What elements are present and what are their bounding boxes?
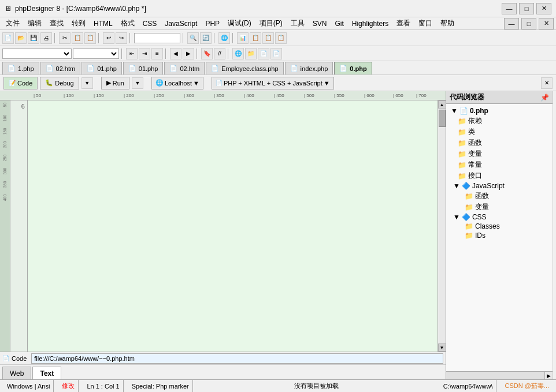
tab-01php-1[interactable]: 📄 01.php — [81, 62, 122, 74]
toolbar-row-2: ⇤ ⇥ ≡ ◀ ▶ 🔖 // 🌐 📁 📄 📄 — [0, 46, 556, 61]
copy-button[interactable]: 📋 — [72, 32, 83, 44]
comment-button[interactable]: // — [214, 48, 225, 59]
tb2-extra-1[interactable]: 📁 — [245, 48, 257, 59]
new-file-button[interactable]: 📄 — [2, 32, 14, 44]
open-file-button[interactable]: 📂 — [15, 32, 27, 44]
browser-button[interactable]: 🌐 — [218, 32, 230, 44]
tree-item-hanshu[interactable]: 📁 函数 — [446, 137, 553, 148]
tb2-extra-3[interactable]: 📄 — [270, 48, 282, 59]
format-code-button[interactable]: ≡ — [151, 48, 163, 59]
menu-debug[interactable]: 调试(D) — [224, 17, 255, 29]
scroll-down-button[interactable]: ▼ — [438, 344, 446, 352]
menu-goto[interactable]: 转到 — [68, 17, 89, 29]
print-button[interactable]: 🖨 — [40, 32, 52, 44]
scroll-up-button[interactable]: ▲ — [438, 100, 446, 109]
window-controls[interactable]: — □ ✕ — [502, 3, 551, 14]
close-button[interactable]: ✕ — [536, 3, 551, 14]
maximize-button[interactable]: □ — [519, 3, 534, 14]
panel-close-button[interactable]: ✕ — [541, 77, 553, 89]
tree-item-css-ids[interactable]: 📁 IDs — [446, 231, 553, 240]
tree-item-js-hanshu[interactable]: 📁 函数 — [446, 191, 553, 201]
tb-extra-3[interactable]: 📋 — [262, 32, 274, 44]
tree-item-jiekou[interactable]: 📁 接口 — [446, 170, 553, 181]
tree-item-js-bianliang[interactable]: 📁 变量 — [446, 201, 553, 212]
bottom-tab-web[interactable]: Web — [2, 367, 31, 379]
tb-extra-2[interactable]: 📋 — [250, 32, 261, 44]
toolbar-close-button[interactable]: ✕ — [539, 18, 554, 29]
cut-button[interactable]: ✂ — [59, 32, 71, 44]
arrow-left-button[interactable]: ◀ — [170, 48, 181, 59]
debug-button[interactable]: 🐛 Debug — [40, 77, 79, 89]
menu-find[interactable]: 查找 — [46, 17, 67, 29]
tree-item-yilai[interactable]: 📁 依赖 — [446, 115, 553, 126]
gutter-mark-200: 200 — [3, 141, 7, 148]
menu-help[interactable]: 帮助 — [437, 17, 458, 29]
scroll-thumb[interactable] — [439, 110, 446, 127]
menu-format[interactable]: 格式 — [117, 17, 138, 29]
menu-svn[interactable]: SVN — [309, 18, 331, 29]
status-position: Ln 1 : Col 1 — [83, 380, 123, 392]
cb-scroll-right[interactable]: ▶ — [544, 372, 553, 379]
pin-icon[interactable]: 📌 — [540, 94, 549, 102]
menu-html[interactable]: HTML — [90, 18, 116, 29]
editor-scrollbar-vertical[interactable]: ▲ ▼ — [438, 100, 446, 352]
lang-button[interactable]: 📄 PHP + XHTML + CSS + JavaScript ▼ — [212, 77, 334, 89]
tree-item-0php[interactable]: ▼ 📄 0.php — [446, 106, 553, 115]
tree-label-css-ids: IDs — [475, 232, 485, 240]
search-button[interactable]: 🔍 — [187, 32, 199, 44]
tab-02htm[interactable]: 📄 02.htm — [40, 62, 81, 74]
tree-item-javascript[interactable]: ▼ 🔷 JavaScript — [446, 181, 553, 191]
indent-button[interactable]: ⇤ — [126, 48, 138, 59]
paste-button[interactable]: 📋 — [84, 32, 96, 44]
menu-highlighters[interactable]: Highlighters — [349, 18, 392, 29]
redo-button[interactable]: ↪ — [116, 32, 127, 44]
tb2-extra-2[interactable]: 📄 — [258, 48, 269, 59]
tree-item-css-classes[interactable]: 📁 Classes — [446, 222, 553, 231]
ftp-button[interactable]: 🌐 — [232, 48, 244, 59]
minimize-button[interactable]: — — [502, 3, 517, 14]
snippet-dropdown[interactable] — [2, 48, 72, 59]
menu-file[interactable]: 文件 — [2, 17, 23, 29]
tab-1php[interactable]: 📄 1.php — [2, 62, 39, 74]
localhost-button[interactable]: 🌐 Localhost ▼ — [151, 77, 203, 89]
tree-item-css[interactable]: ▼ 🔷 CSS — [446, 212, 553, 222]
menu-edit[interactable]: 编辑 — [24, 17, 45, 29]
run-button[interactable]: ▶ Run — [101, 77, 129, 89]
url-input[interactable] — [31, 353, 443, 364]
arrow-right-button[interactable]: ▶ — [183, 48, 194, 59]
outdent-button[interactable]: ⇥ — [139, 48, 150, 59]
menu-javascript[interactable]: JavaScript — [161, 18, 201, 29]
bookmark-button[interactable]: 🔖 — [201, 48, 213, 59]
tree-icon-javascript: 🔷 — [462, 182, 470, 190]
tree-item-changliang[interactable]: 📁 常量 — [446, 159, 553, 170]
debug-arrow-button[interactable]: ▼ — [81, 77, 93, 89]
replace-button[interactable]: 🔄 — [200, 32, 212, 44]
tab-index[interactable]: 📄 index.php — [285, 62, 333, 74]
save-button[interactable]: 💾 — [28, 32, 39, 44]
code-button[interactable]: 📝 Code — [3, 77, 38, 89]
tab-01php-2[interactable]: 📄 01.php — [123, 62, 164, 74]
toolbar-minimize-button[interactable]: — — [504, 18, 519, 29]
menu-project[interactable]: 项目(P) — [256, 17, 286, 29]
encoding-dropdown[interactable] — [73, 48, 119, 59]
undo-button[interactable]: ↩ — [103, 32, 114, 44]
search-input[interactable] — [134, 33, 180, 43]
tab-02htm-2-icon: 📄 — [169, 65, 177, 72]
tb-extra-1[interactable]: 📊 — [237, 32, 249, 44]
menu-tools[interactable]: 工具 — [287, 17, 308, 29]
toolbar-restore-button[interactable]: □ — [521, 18, 536, 29]
run-arrow-button[interactable]: ▼ — [132, 77, 143, 89]
bottom-tab-text[interactable]: Text — [32, 367, 61, 379]
menu-git[interactable]: Git — [331, 18, 347, 29]
tab-0php[interactable]: 📄 0.php — [334, 62, 372, 74]
menu-css[interactable]: CSS — [139, 18, 161, 29]
tree-item-bianliang[interactable]: 📁 变量 — [446, 148, 553, 159]
menu-window[interactable]: 窗口 — [415, 17, 436, 29]
tree-item-lei[interactable]: 📁 类 — [446, 126, 553, 137]
tab-02htm-2[interactable]: 📄 02.htm — [164, 62, 205, 74]
menu-view[interactable]: 查看 — [393, 17, 414, 29]
tab-employee[interactable]: 📄 Employee.class.php — [206, 62, 283, 74]
menu-php[interactable]: PHP — [202, 18, 223, 29]
editor-content[interactable] — [28, 100, 438, 352]
tb-extra-4[interactable]: 📋 — [275, 32, 287, 44]
